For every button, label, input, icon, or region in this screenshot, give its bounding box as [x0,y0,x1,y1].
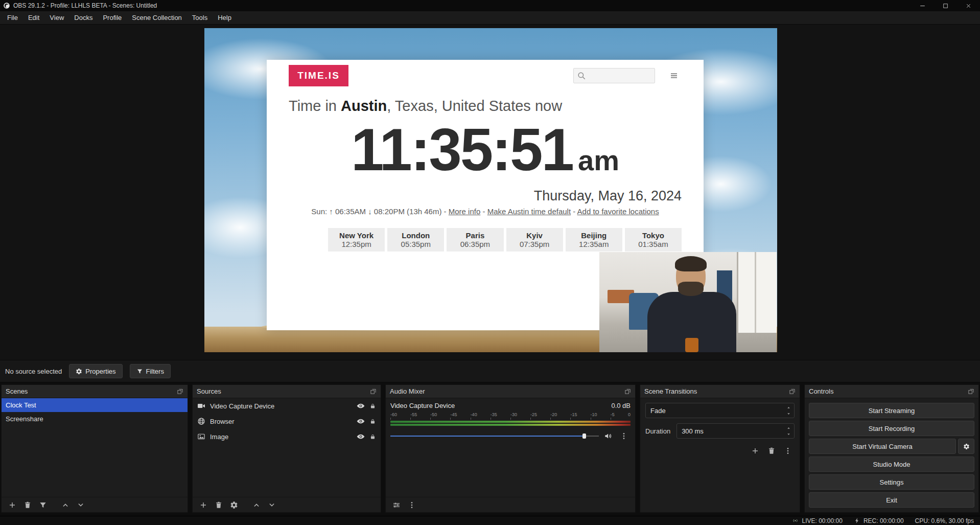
mixer-dock-header[interactable]: Audio Mixer [386,385,635,398]
speaker-icon[interactable] [604,432,612,440]
menu-scene-collection[interactable]: Scene Collection [127,11,187,24]
source-row-video-capture[interactable]: Video Capture Device [193,398,381,414]
level-meter-right [390,424,631,426]
move-scene-down-button[interactable] [74,499,87,511]
maximize-button[interactable] [934,0,957,11]
exit-button[interactable]: Exit [809,492,974,508]
transition-select[interactable]: Fade [645,403,795,418]
clock-digits: 11:35:51 [351,116,573,184]
remove-transition-button[interactable] [765,445,778,457]
caret-up-icon[interactable] [786,425,791,431]
hamburger-menu-icon [669,71,679,80]
remove-source-button[interactable] [212,499,225,511]
sources-dock-header[interactable]: Sources [193,385,381,398]
menu-file[interactable]: File [2,11,23,24]
menu-view[interactable]: View [44,11,69,24]
lock-icon[interactable] [369,433,376,440]
advanced-audio-button[interactable] [390,499,403,511]
menu-docks[interactable]: Docks [69,11,98,24]
lock-icon[interactable] [369,403,376,409]
add-favorite-link: Add to favorite locations [577,207,659,216]
dock-row: Scenes Clock Test Screenshare Sources [0,382,980,516]
controls-dock-header[interactable]: Controls [805,385,978,398]
level-meter-left [390,421,631,423]
popout-icon[interactable] [177,388,183,395]
add-scene-button[interactable] [6,499,19,511]
titlebar[interactable]: OBS 29.1.2 - Profile: LLHLS BETA - Scene… [0,0,980,11]
filter-icon [136,368,143,375]
world-clock-card: Beijing12:35am [566,228,622,252]
minimize-button[interactable] [911,0,934,11]
mixer-channel-name: Video Capture Device [390,402,455,409]
move-source-up-button[interactable] [250,499,263,511]
timeis-heading: Time in Austin, Texas, United States now [289,98,682,115]
world-clock-card: New York12:35pm [328,228,385,252]
add-transition-button[interactable] [749,445,762,457]
db-scale: -60-55-50-45-40-35-30-25-20-15-10-50 [390,412,631,417]
rec-status: REC: 00:00:00 [854,517,904,524]
recording-icon [854,517,860,524]
close-button[interactable] [957,0,980,11]
popout-icon[interactable] [789,388,796,395]
scene-transitions-dock: Scene Transitions Fade Duration [640,384,800,513]
virtual-camera-settings-button[interactable] [958,439,974,454]
timeis-search-box [573,68,655,83]
caret-down-icon[interactable] [786,411,791,417]
move-scene-up-button[interactable] [59,499,72,511]
scene-item-screenshare[interactable]: Screenshare [2,412,188,426]
remove-scene-button[interactable] [21,499,34,511]
start-virtual-camera-button[interactable]: Start Virtual Camera [809,439,956,454]
volume-slider[interactable] [390,432,599,440]
filters-button[interactable]: Filters [130,364,171,378]
live-status: LIVE: 00:00:00 [792,517,842,524]
properties-button[interactable]: Properties [69,364,122,378]
start-recording-button[interactable]: Start Recording [809,421,974,436]
visibility-eye-icon[interactable] [357,417,365,425]
duration-label: Duration [645,427,670,435]
popout-icon[interactable] [624,388,631,395]
status-bar: LIVE: 00:00:00 REC: 00:00:00 CPU: 0.6%, … [0,516,980,525]
source-row-image[interactable]: Image [193,429,381,444]
duration-input[interactable]: 300 ms [676,423,795,439]
mixer-channel-menu-button[interactable] [617,430,631,442]
move-source-down-button[interactable] [265,499,278,511]
scene-item-clock-test[interactable]: Clock Test [2,398,188,412]
obs-window: OBS 29.1.2 - Profile: LLHLS BETA - Scene… [0,0,980,525]
menu-tools[interactable]: Tools [187,11,213,24]
start-streaming-button[interactable]: Start Streaming [809,403,974,418]
menu-profile[interactable]: Profile [98,11,127,24]
menu-help[interactable]: Help [213,11,237,24]
obs-logo-icon [3,2,10,9]
add-source-button[interactable] [197,499,210,511]
caret-down-icon[interactable] [786,431,791,437]
world-clock-card: London05:35pm [387,228,444,252]
mixer-channel-level: 0.0 dB [611,402,631,409]
scenes-dock-header[interactable]: Scenes [2,385,188,398]
transition-menu-button[interactable] [781,445,795,457]
lock-icon[interactable] [369,418,376,425]
preview-canvas[interactable]: TIME.IS Time in Austin, Texas, United St… [204,28,777,352]
image-icon [197,432,205,441]
source-toolbar: No source selected Properties Filters [0,360,980,382]
popout-icon[interactable] [370,388,377,395]
cpu-fps-status: CPU: 0.6%, 30.00 fps [915,517,974,524]
globe-icon [197,417,205,425]
transitions-dock-header[interactable]: Scene Transitions [640,385,800,398]
visibility-eye-icon[interactable] [357,432,365,441]
source-status-text: No source selected [5,368,62,375]
timeis-date: Thursday, May 16, 2024 [289,188,682,204]
webcam-overlay [599,252,777,352]
scene-filters-button[interactable] [36,499,50,511]
source-properties-button[interactable] [227,499,241,511]
volume-slider-handle[interactable] [582,433,586,439]
office-window [737,252,777,333]
studio-mode-button[interactable]: Studio Mode [809,456,974,472]
audio-mixer-dock: Audio Mixer Video Capture Device 0.0 dB … [385,384,636,513]
popout-icon[interactable] [968,388,974,395]
visibility-eye-icon[interactable] [357,402,365,410]
source-row-browser[interactable]: Browser [193,414,381,429]
caret-up-icon[interactable] [786,405,791,410]
settings-button[interactable]: Settings [809,474,974,490]
mixer-menu-button[interactable] [405,499,418,511]
menu-edit[interactable]: Edit [23,11,44,24]
